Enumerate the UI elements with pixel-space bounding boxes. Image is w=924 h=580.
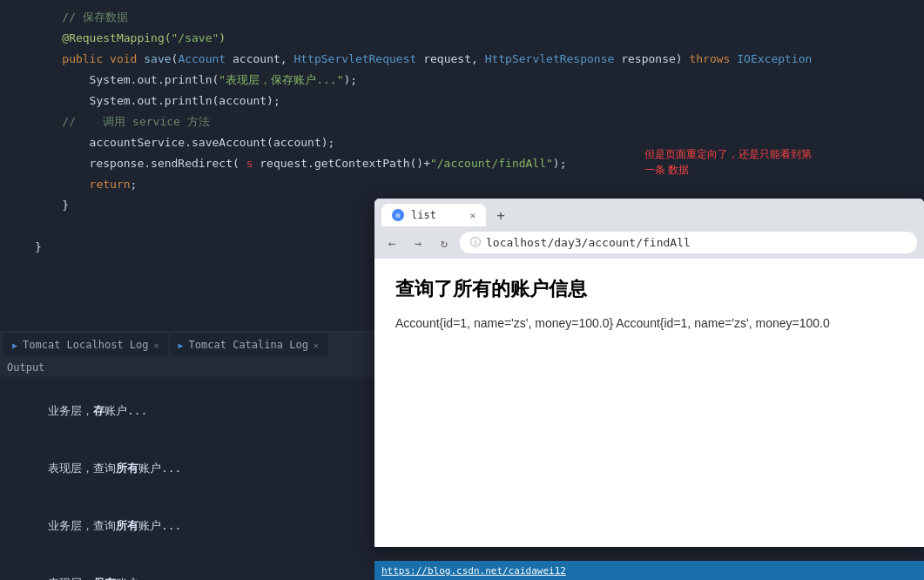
code-line-4: System.out.println("表现层，保存账户..."); [0,70,924,91]
annotation-redirect: 但是页面重定向了，还是只能看到第一条 数据 [644,146,819,178]
close-icon[interactable]: ✕ [314,341,319,350]
browser-window: ⊙ list ✕ + ← → ↻ ⓘ localhost/day3/accoun… [374,199,924,547]
browser-forward-button[interactable]: → [408,233,428,253]
bottom-panel: ▶ Tomcat Localhost Log ✕ ▶ Tomcat Catali… [0,331,374,580]
page-body-text: Account{id=1, name='zs', money=100.0} Ac… [395,316,903,330]
tab-label: Tomcat Catalina Log [189,339,308,351]
page-heading: 查询了所有的账户信息 [395,276,903,302]
code-text: // 保存数据 [35,7,128,28]
output-label: Output [0,358,374,377]
browser-tab-icon: ⊙ [392,209,404,221]
play-icon: ▶ [12,341,17,350]
output-line-3: 业务层，查询所有账户... [7,497,368,555]
output-line-4: 表现层，保存账户... [7,555,368,580]
tab-label: Tomcat Localhost Log [23,339,149,351]
browser-tab-close[interactable]: ✕ [469,210,475,221]
status-url: https://blog.csdn.net/caidawei12 [381,565,566,577]
code-line-5: System.out.println(account); [0,91,924,111]
output-content: 业务层，存账户... 表现层，查询所有账户... 业务层，查询所有账户... 表… [0,377,374,580]
url-text: localhost/day3/account/findAll [486,236,691,249]
code-line-6: // 调用 service 方法 [0,111,924,132]
tab-tomcat-catalina[interactable]: ▶ Tomcat Catalina Log ✕ [170,334,327,356]
close-icon[interactable]: ✕ [154,341,159,350]
browser-back-button[interactable]: ← [381,233,402,253]
browser-address-bar: ← → ↻ ⓘ localhost/day3/account/findAll [374,226,924,259]
new-tab-button[interactable]: + [489,204,512,226]
browser-tab-label: list [411,209,436,221]
tab-bar: ▶ Tomcat Localhost Log ✕ ▶ Tomcat Catali… [0,332,374,358]
browser-content: 查询了所有的账户信息 Account{id=1, name='zs', mone… [374,259,924,529]
browser-address-input[interactable]: ⓘ localhost/day3/account/findAll [460,232,917,253]
code-line-2: @RequestMapping("/save") [0,28,924,49]
secure-icon: ⓘ [470,235,481,250]
code-line-1: // 保存数据 [0,7,924,28]
play-icon: ▶ [179,341,184,350]
tab-tomcat-localhost[interactable]: ▶ Tomcat Localhost Log ✕ [3,334,168,356]
browser-refresh-button[interactable]: ↻ [434,233,455,253]
browser-tab-active[interactable]: ⊙ list ✕ [381,204,486,226]
browser-chrome: ⊙ list ✕ + ← → ↻ ⓘ localhost/day3/accoun… [374,199,924,259]
browser-tabs: ⊙ list ✕ + [374,199,924,226]
status-bar: https://blog.csdn.net/caidawei12 [374,561,924,580]
output-line-2: 表现层，查询所有账户... [7,440,368,497]
output-line-1: 业务层，存账户... [7,382,368,440]
code-line-3: public void save(Account account, HttpSe… [0,49,924,70]
code-text: @RequestMapping( [35,28,172,49]
